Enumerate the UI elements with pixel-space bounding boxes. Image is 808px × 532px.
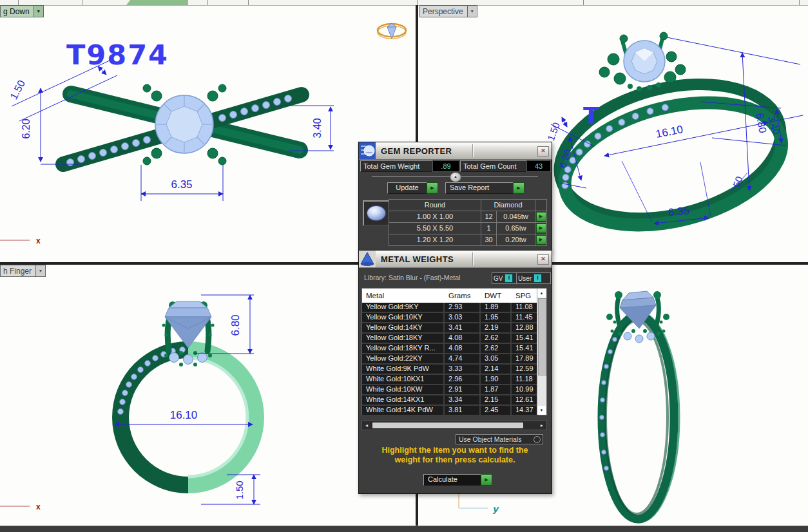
gem-header-spacer bbox=[535, 200, 546, 211]
total-gem-weight-label: Total Gem Weight bbox=[360, 160, 435, 172]
metal-spg: 17.89 bbox=[512, 354, 539, 363]
metal-spg: 11.08 bbox=[512, 303, 539, 312]
titlebar-groove bbox=[472, 144, 473, 157]
metal-dwt: 2.62 bbox=[481, 334, 512, 343]
gem-row-go-cell: ▶ bbox=[535, 234, 546, 245]
metal-spg: 15.41 bbox=[512, 344, 539, 353]
close-icon[interactable]: ✕ bbox=[537, 146, 549, 157]
metal-table-row[interactable]: Yellow Gold:22KY 4.74 3.05 17.89 bbox=[362, 354, 539, 365]
viewport-tab-label[interactable]: Perspective bbox=[419, 5, 467, 17]
dim-diameter: 16.10 bbox=[655, 123, 684, 140]
metal-spg: 11.18 bbox=[512, 375, 539, 384]
use-object-materials-button[interactable]: Use Object Materials bbox=[456, 434, 543, 444]
metal-table-row[interactable]: White Gold:10KX1 2.96 1.90 11.18 bbox=[362, 375, 539, 385]
head-front bbox=[162, 301, 215, 366]
chevron-down-icon[interactable]: ▼ bbox=[34, 5, 44, 17]
use-object-materials-label: Use Object Materials bbox=[456, 435, 534, 443]
gem-table-row[interactable]: 1.20 X 1.20 30 0.20tw ▶ bbox=[389, 234, 546, 245]
gem-table-header: Round Diamond bbox=[389, 200, 546, 211]
world-axis-x: x bbox=[0, 236, 41, 245]
gv-toggle-button[interactable]: GV I bbox=[492, 272, 517, 284]
panel-title: METAL WEIGHTS bbox=[381, 254, 454, 264]
model-code-partial: T bbox=[583, 102, 599, 129]
metal-name: Yellow Gold:18KY bbox=[362, 334, 445, 343]
gem-table-row[interactable]: 1.00 X 1.00 12 0.045tw ▶ bbox=[389, 211, 546, 222]
update-go-icon[interactable]: ▶ bbox=[427, 182, 438, 194]
viewport-through-finger[interactable]: 6.80 16.10 1.50 x bbox=[0, 265, 416, 526]
gem-table-body: 1.00 X 1.00 12 0.045tw ▶ 5.50 X 5.50 1 0… bbox=[389, 211, 546, 245]
radio-circle-icon[interactable] bbox=[534, 436, 541, 443]
metal-grams: 3.81 bbox=[445, 406, 481, 415]
gem-reporter-titlebar[interactable]: GEM REPORTER ✕ bbox=[359, 142, 552, 160]
metal-table-row[interactable]: White Gold:9K PdW 3.33 2.14 12.59 bbox=[362, 365, 539, 375]
tab-separator bbox=[18, 0, 19, 5]
gem-row-go-icon[interactable]: ▶ bbox=[536, 212, 546, 222]
gem-reporter-panel: GEM REPORTER ✕ Total Gem Weight .89 Tota… bbox=[358, 142, 552, 251]
metal-table-row[interactable]: Yellow Gold:18KY R... 4.08 2.62 15.41 bbox=[362, 344, 539, 354]
chevron-down-icon[interactable]: ▼ bbox=[467, 5, 477, 17]
metal-grams: 3.33 bbox=[445, 365, 481, 374]
dim-diameter: 16.10 bbox=[170, 409, 198, 421]
user-toggle-button[interactable]: User I bbox=[516, 272, 551, 284]
metal-table-header: Metal Grams DWT SPG bbox=[362, 289, 539, 303]
dim-head-width: 6.35 bbox=[171, 178, 192, 191]
metal-dwt: 1.89 bbox=[481, 303, 512, 312]
metal-table-row[interactable]: Yellow Gold:9KY 2.93 1.89 11.08 bbox=[362, 303, 539, 313]
gem-row-go-icon[interactable]: ▶ bbox=[536, 223, 546, 233]
center-gem bbox=[624, 41, 665, 82]
gem-row-go-icon[interactable]: ▶ bbox=[536, 235, 546, 245]
metal-name: White Gold:14KX1 bbox=[362, 395, 445, 404]
metal-table-vertical-scrollbar[interactable]: ▲ ▼ bbox=[537, 289, 546, 415]
metal-grams: 3.34 bbox=[445, 395, 481, 404]
bottom-window-edge bbox=[0, 526, 808, 532]
metal-grams: 4.08 bbox=[445, 334, 481, 343]
gem-table: Round Diamond 1.00 X 1.00 12 0.045tw ▶ bbox=[389, 199, 547, 246]
close-icon[interactable]: ✕ bbox=[537, 254, 549, 265]
metal-dwt: 2.45 bbox=[481, 406, 512, 415]
metal-weights-titlebar[interactable]: METAL WEIGHTS ✕ bbox=[359, 251, 552, 268]
scroll-right-icon[interactable]: ► bbox=[537, 421, 546, 430]
metal-table-row[interactable]: Yellow Gold:14KY 3.41 2.19 12.88 bbox=[362, 323, 539, 334]
gem-count: 30 bbox=[481, 234, 496, 245]
gem-table-row[interactable]: 5.50 X 5.50 1 0.65tw ▶ bbox=[389, 222, 546, 234]
svg-text:x: x bbox=[36, 236, 41, 245]
gem-count: 12 bbox=[481, 211, 496, 222]
viewport-tab-looking-down[interactable]: g Down ▼ bbox=[0, 5, 44, 17]
collapse-handle-icon[interactable]: ▲ bbox=[450, 172, 461, 182]
tab-separator bbox=[248, 0, 249, 5]
metal-name: Yellow Gold:9KY bbox=[362, 303, 445, 312]
vertical-scroll-thumb[interactable] bbox=[538, 298, 546, 375]
viewport-looking-down[interactable]: T9874 bbox=[0, 5, 416, 262]
viewport-tab-label[interactable]: g Down bbox=[0, 5, 34, 17]
ring-top-view-canvas: T9874 bbox=[0, 5, 416, 262]
save-report-go-icon[interactable]: ▶ bbox=[513, 182, 524, 194]
metal-weights-icon bbox=[359, 251, 376, 267]
chevron-down-icon[interactable]: ▼ bbox=[35, 265, 46, 277]
gv-toggle-state-icon[interactable]: I bbox=[505, 274, 513, 283]
metal-table-row[interactable]: White Gold:14K PdW 3.81 2.45 14.37 bbox=[362, 406, 539, 416]
gem-reporter-icon bbox=[359, 142, 376, 159]
metal-table-row[interactable]: White Gold:10KW 2.91 1.87 10.99 bbox=[362, 385, 539, 395]
scroll-down-icon[interactable]: ▼ bbox=[537, 406, 546, 415]
active-top-tab-fragment[interactable] bbox=[121, 0, 188, 5]
total-gem-count-label: Total Gem Count bbox=[460, 160, 529, 172]
save-report-button[interactable]: Save Report bbox=[445, 182, 517, 194]
viewport-tab-through-finger[interactable]: h Finger ▼ bbox=[0, 265, 46, 277]
update-button[interactable]: Update bbox=[387, 182, 427, 194]
metal-table-row[interactable]: White Gold:14KX1 3.34 2.15 12.61 bbox=[362, 395, 539, 406]
horizontal-scroll-thumb[interactable] bbox=[372, 423, 523, 428]
world-axis-x: x bbox=[0, 502, 41, 511]
metal-table-horizontal-scrollbar[interactable]: ◄ ► bbox=[361, 421, 547, 430]
scroll-up-icon[interactable]: ▲ bbox=[537, 289, 546, 298]
metal-table-row[interactable]: Yellow Gold:18KY 4.08 2.62 15.41 bbox=[362, 334, 539, 344]
viewport-tab-perspective[interactable]: Perspective ▼ bbox=[419, 5, 477, 17]
metal-grams: 4.08 bbox=[445, 344, 481, 353]
calculate-go-icon[interactable]: ▶ bbox=[481, 474, 492, 486]
metal-spg: 12.61 bbox=[512, 395, 539, 404]
dim-band-height: 3.40 bbox=[312, 118, 323, 138]
user-toggle-state-icon[interactable]: I bbox=[534, 274, 542, 283]
scroll-left-icon[interactable]: ◄ bbox=[362, 421, 371, 430]
metal-table-row[interactable]: Yellow Gold:10KY 3.03 1.95 11.45 bbox=[362, 313, 539, 323]
viewport-tab-label[interactable]: h Finger bbox=[0, 265, 35, 277]
calculate-button[interactable]: Calculate bbox=[423, 474, 485, 486]
